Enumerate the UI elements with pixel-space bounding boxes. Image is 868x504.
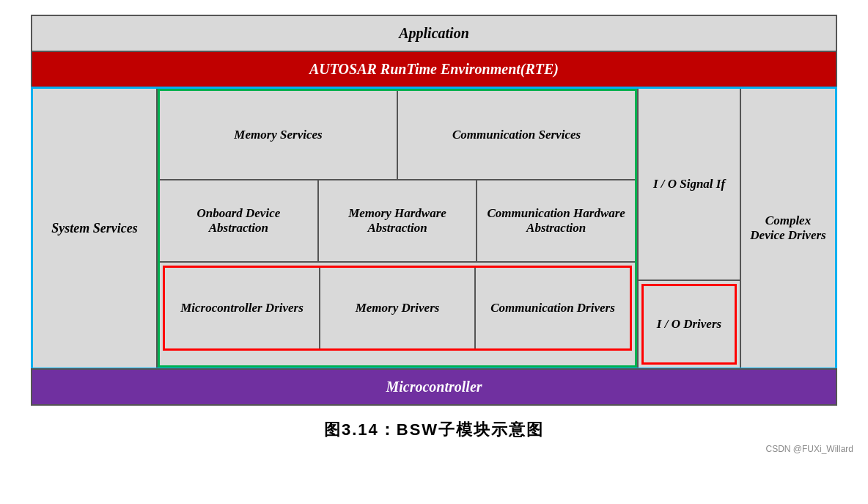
onboard-device-abstraction-cell: Onboard Device Abstraction [160,180,319,261]
complex-device-drivers-label: Complex Device Drivers [749,213,828,243]
memory-hardware-abstraction-cell: Memory Hardware Abstraction [319,180,478,261]
microcontroller-label: Microcontroller [386,379,482,395]
system-services-label: System Services [51,221,137,236]
services-row: Memory Services Communication Services [160,91,635,180]
complex-device-drivers-cell: Complex Device Drivers [740,89,835,368]
memory-drivers-label: Memory Drivers [356,301,440,315]
application-label: Application [399,25,469,41]
communication-services-cell: Communication Services [398,91,635,179]
io-signal-if-cell: I / O Signal If [639,89,740,281]
application-row: Application [31,15,837,52]
communication-services-label: Communication Services [452,128,581,142]
drivers-area: Microcontroller Drivers Memory Drivers C… [160,263,635,357]
communication-drivers-label: Communication Drivers [490,301,615,315]
system-services-cell: System Services [33,89,158,368]
onboard-device-abstraction-label: Onboard Device Abstraction [167,206,310,235]
main-area: System Services Memory Services Communic… [31,87,837,370]
caption: 图3.14：BSW子模块示意图 [324,419,544,441]
rte-label: AUTOSAR RunTime Environment(RTE) [309,61,559,77]
microcontroller-drivers-cell: Microcontroller Drivers [165,268,320,348]
communication-drivers-cell: Communication Drivers [476,268,630,348]
microcontroller-drivers-label: Microcontroller Drivers [180,301,304,315]
abstraction-row: Onboard Device Abstraction Memory Hardwa… [160,180,635,263]
diagram-wrapper: Application AUTOSAR RunTime Environment(… [31,15,837,406]
io-drivers-cell: I / O Drivers [641,284,737,365]
middle-section: Memory Services Communication Services O… [158,89,637,368]
communication-hardware-abstraction-label: Communication Hardware Abstraction [485,206,628,235]
memory-services-label: Memory Services [234,128,322,142]
communication-hardware-abstraction-cell: Communication Hardware Abstraction [477,180,635,261]
memory-drivers-cell: Memory Drivers [320,268,476,348]
io-drivers-label: I / O Drivers [657,317,721,332]
memory-services-cell: Memory Services [160,91,398,179]
io-signal-if-label: I / O Signal If [653,177,725,191]
rte-row: AUTOSAR RunTime Environment(RTE) [31,51,837,88]
right-io-section: I / O Signal If I / O Drivers [637,89,740,368]
memory-hardware-abstraction-label: Memory Hardware Abstraction [326,206,469,235]
drivers-row: Microcontroller Drivers Memory Drivers C… [163,266,632,351]
microcontroller-row: Microcontroller [31,368,837,406]
watermark: CSDN @FUXi_Willard [765,444,853,454]
